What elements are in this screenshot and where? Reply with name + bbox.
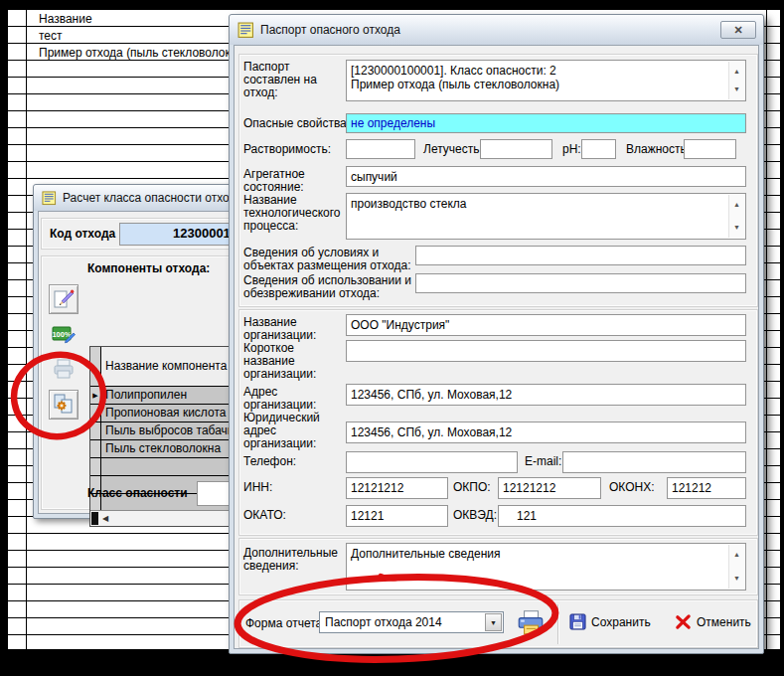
- org-name-field[interactable]: ООО "Индустрия": [346, 314, 746, 336]
- volatility-label: Летучесть:: [423, 143, 483, 156]
- passport-dialog-titlebar[interactable]: Паспорт опасного отхода: [230, 15, 763, 45]
- solubility-label: Растворимость:: [243, 143, 331, 156]
- printer-icon: [516, 609, 546, 637]
- okonh-field[interactable]: 121212: [667, 477, 746, 499]
- copy-with-settings-button[interactable]: [49, 390, 78, 420]
- screenshot-root: Название тест Пример отхода (пыль стекло…: [0, 0, 784, 676]
- org-legal-field[interactable]: 123456, СПб, ул. Моховая,12: [346, 422, 746, 443]
- svg-text:100%: 100%: [52, 330, 72, 339]
- placement-field[interactable]: [415, 246, 746, 265]
- grid-indicator-column: [90, 347, 101, 386]
- waste-field[interactable]: [1230000100001]. Класс опасности: 2 Прим…: [346, 60, 746, 101]
- report-form-combobox[interactable]: Паспорт отхода 2014 ▼: [319, 611, 504, 633]
- inn-label: ИНН:: [243, 481, 272, 494]
- state-label: Агрегатное состояние:: [243, 168, 338, 194]
- scroll-down-icon: ▼: [733, 572, 740, 586]
- toolbar-separator: [557, 604, 559, 644]
- save-label: Сохранить: [591, 615, 651, 629]
- org-short-label: Короткое название организации:: [243, 342, 338, 381]
- scroll-up-icon: ▲: [733, 548, 740, 562]
- save-button[interactable]: Сохранить: [569, 613, 651, 630]
- note-icon: [237, 22, 254, 39]
- neutralization-label: Сведения об использовании и обезвреживан…: [243, 274, 417, 300]
- okved-label: ОКВЭД:: [453, 509, 497, 522]
- email-label: E-mail:: [525, 455, 561, 468]
- neutralization-field[interactable]: [415, 273, 746, 293]
- scroll-down-icon: ▼: [733, 83, 740, 96]
- okato-field[interactable]: 12121: [346, 505, 448, 527]
- print-calc-button[interactable]: [49, 355, 78, 385]
- passport-dialog-title: Паспорт опасного отхода: [260, 23, 400, 37]
- ph-field[interactable]: [581, 139, 616, 159]
- bottom-bar: Форма отчета: Паспорт отхода 2014 ▼: [238, 599, 758, 648]
- table-row[interactable]: Пример отхода (пыль стекловолокна): [39, 46, 247, 60]
- copy-gear-icon: [52, 393, 76, 417]
- recalc-100-icon: 100%: [52, 323, 76, 347]
- okato-label: ОКАТО:: [243, 509, 286, 522]
- cancel-label: Отменить: [697, 615, 751, 629]
- printer-gray-icon: [52, 358, 76, 382]
- phone-field[interactable]: [346, 451, 518, 473]
- note-icon: [42, 191, 57, 206]
- close-button[interactable]: ✕: [720, 21, 756, 39]
- org-legal-label: Юридический адрес организации:: [243, 412, 338, 450]
- okonh-label: ОКОНХ:: [609, 481, 655, 494]
- additional-info-panel: Дополнительные сведения: Дополнительные …: [238, 538, 758, 595]
- waste-label: Паспорт составлен на отход:: [243, 61, 343, 99]
- hazard-class-label: Класс опасности: [87, 487, 188, 500]
- okpo-label: ОКПО:: [453, 481, 491, 494]
- hazard-props-field[interactable]: не определены: [346, 113, 746, 133]
- report-form-label: Форма отчета:: [245, 617, 326, 630]
- scroll-up-icon: ▲: [733, 65, 740, 79]
- hazard-props-label: Опасные свойства:: [243, 117, 350, 130]
- cancel-button[interactable]: Отменить: [675, 613, 751, 630]
- memo-scrollbar[interactable]: ▲ ▼: [728, 545, 744, 589]
- memo-scrollbar[interactable]: ▲ ▼: [728, 62, 744, 99]
- column-header-name: Название: [39, 12, 92, 26]
- report-form-value: Паспорт отхода 2014: [325, 615, 442, 629]
- phone-label: Телефон:: [243, 455, 296, 468]
- components-label: Компоненты отхода:: [87, 262, 210, 275]
- close-icon: ✕: [733, 24, 742, 37]
- inn-field[interactable]: 12121212: [346, 477, 448, 499]
- okved-field[interactable]: 121: [498, 505, 746, 527]
- extra-field[interactable]: Дополнительные сведения ▲ ▼: [346, 543, 746, 591]
- placement-label: Сведения об условиях и объектах размещен…: [243, 247, 417, 272]
- humidity-label: Влажность:: [626, 143, 690, 156]
- passport-dialog-body: Паспорт составлен на отход: [12300001000…: [234, 45, 759, 649]
- state-field[interactable]: сыпучий: [346, 166, 746, 187]
- passport-dialog: Паспорт опасного отхода ✕ Паспорт состав…: [229, 14, 764, 654]
- ph-label: pH:: [562, 143, 581, 156]
- org-address-label: Адрес организации:: [243, 386, 338, 412]
- recalculate-button[interactable]: 100%: [49, 320, 78, 350]
- table-column-divider: [26, 10, 27, 649]
- table-row[interactable]: тест: [39, 29, 63, 43]
- scroll-up-icon: ▲: [733, 198, 740, 212]
- email-field[interactable]: [562, 451, 746, 473]
- solubility-field[interactable]: [346, 139, 415, 159]
- print-report-button[interactable]: [514, 607, 548, 639]
- okpo-field[interactable]: 12121212: [498, 477, 601, 499]
- edit-component-button[interactable]: [49, 284, 78, 314]
- org-name-label: Название организации:: [243, 316, 338, 342]
- combo-dropdown-button[interactable]: ▼: [485, 613, 502, 631]
- humidity-field[interactable]: [684, 139, 736, 159]
- extra-label: Дополнительные сведения:: [243, 547, 343, 573]
- floppy-icon: [569, 613, 586, 630]
- scroll-left-icon[interactable]: ◀: [102, 514, 108, 523]
- waste-props-panel: Паспорт составлен на отход: [12300001000…: [238, 54, 758, 307]
- memo-scrollbar[interactable]: ▲ ▼: [728, 195, 744, 238]
- org-address-field[interactable]: 123456, СПб, ул. Моховая,12: [346, 384, 746, 406]
- org-short-field[interactable]: [346, 340, 746, 362]
- red-x-icon: [675, 613, 692, 630]
- waste-code-label: Код отхода: [50, 228, 115, 241]
- volatility-field[interactable]: [480, 139, 552, 159]
- table-column-divider: [766, 10, 767, 649]
- organization-panel: Название организации: ООО "Индустрия" Ко…: [238, 309, 758, 536]
- scrollbar-thumb[interactable]: [91, 512, 98, 525]
- process-label: Название технологического процесса:: [243, 194, 343, 233]
- edit-pencil-icon: [53, 288, 75, 310]
- current-row-marker: ▶: [90, 387, 101, 404]
- process-field[interactable]: производство стекла ▲ ▼: [346, 193, 746, 240]
- chevron-down-icon: ▼: [490, 619, 497, 626]
